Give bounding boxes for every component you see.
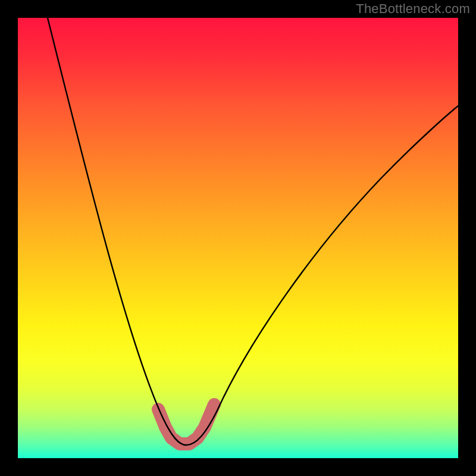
chart-frame: TheBottleneck.com xyxy=(0,0,476,476)
plot-area xyxy=(18,18,458,458)
watermark-text: TheBottleneck.com xyxy=(356,1,470,17)
curve-layer xyxy=(18,18,458,458)
main-curve xyxy=(48,18,458,445)
